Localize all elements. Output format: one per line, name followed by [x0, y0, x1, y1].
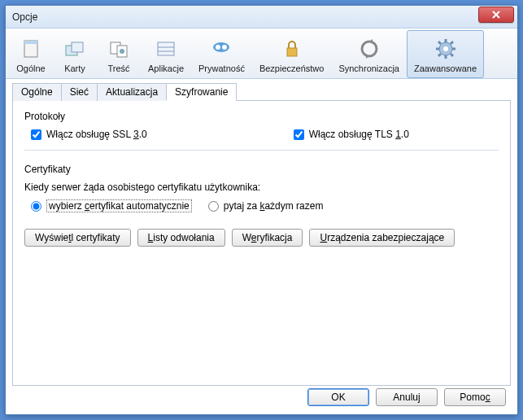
tabs-icon [62, 36, 88, 62]
subtab-update[interactable]: Aktualizacja [97, 83, 167, 101]
options-window: Opcje Ogólne Karty Treść Aplikacje Prywa… [5, 5, 518, 415]
toolbar-sync[interactable]: Synchronizacja [331, 30, 407, 78]
sub-tabs: Ogólne Sieć Aktualizacja Szyfrowanie [12, 82, 511, 101]
certificates-desc: Kiedy serwer żąda osobistego certyfikatu… [24, 182, 499, 193]
tls1-check-input[interactable] [294, 129, 304, 140]
svg-point-6 [120, 49, 124, 54]
svg-point-16 [443, 46, 448, 51]
svg-line-24 [451, 42, 453, 44]
divider [24, 150, 499, 151]
content-area: Ogólne Sieć Aktualizacja Szyfrowanie Pro… [6, 79, 517, 392]
revocation-lists-button[interactable]: Listy odwołania [137, 229, 225, 247]
main-toolbar: Ogólne Karty Treść Aplikacje Prywatność … [6, 28, 517, 79]
toolbar-general[interactable]: Ogólne [9, 30, 53, 78]
encryption-panel: Protokoły Włącz obsługę SSL 3.0 Włącz ob… [12, 101, 511, 386]
applications-icon [153, 36, 179, 62]
svg-line-23 [438, 54, 441, 56]
tls1-checkbox[interactable]: Włącz obsługę TLS 1.0 [294, 129, 409, 140]
view-certificates-button[interactable]: Wyświetl certyfikaty [24, 229, 131, 247]
toolbar-applications-label: Aplikacje [148, 63, 184, 73]
toolbar-privacy-label: Prywatność [198, 63, 245, 73]
svg-point-12 [222, 45, 227, 50]
ssl3-label: Włącz obsługę SSL 3.0 [46, 129, 147, 140]
toolbar-tabs[interactable]: Karty [53, 30, 97, 78]
cert-ask-label: pytaj za każdym razem [224, 200, 324, 212]
toolbar-security-label: Bezpieczeństwo [259, 63, 325, 73]
svg-rect-1 [24, 41, 37, 44]
svg-point-11 [216, 45, 220, 50]
cancel-button[interactable]: Anuluj [376, 388, 438, 406]
cert-auto-label: wybierz certyfikat automatycznie [46, 199, 192, 212]
toolbar-sync-label: Synchronizacja [338, 63, 399, 73]
privacy-icon [208, 36, 234, 62]
lock-icon [279, 36, 305, 62]
toolbar-general-label: Ogólne [16, 63, 45, 73]
verification-button[interactable]: Weryfikacja [232, 229, 303, 247]
protocols-group: Protokoły Włącz obsługę SSL 3.0 Włącz ob… [24, 111, 499, 151]
close-button[interactable] [478, 7, 514, 23]
dialog-footer: OK Anuluj Pomoc [307, 388, 506, 406]
toolbar-security[interactable]: Bezpieczeństwo [252, 30, 332, 78]
svg-line-21 [438, 42, 441, 44]
close-icon [492, 11, 500, 19]
toolbar-tabs-label: Karty [64, 63, 85, 73]
ssl3-check-input[interactable] [31, 129, 41, 140]
content-icon [106, 36, 132, 62]
general-icon [18, 36, 44, 62]
svg-line-22 [451, 54, 453, 56]
cert-auto-radio[interactable]: wybierz certyfikat automatycznie [31, 199, 192, 212]
ok-button[interactable]: OK [307, 388, 369, 406]
sync-icon [356, 36, 382, 62]
cert-ask-radio[interactable]: pytaj za każdym razem [208, 200, 324, 212]
toolbar-applications[interactable]: Aplikacje [141, 30, 191, 78]
toolbar-content-label: Treść [107, 63, 129, 73]
certificates-group: Certyfikaty Kiedy serwer żąda osobistego… [24, 164, 499, 247]
help-button[interactable]: Pomoc [444, 388, 506, 406]
toolbar-advanced-label: Zaawansowane [414, 63, 477, 73]
svg-rect-3 [72, 42, 83, 52]
tls1-label: Włącz obsługę TLS 1.0 [309, 129, 409, 140]
cert-ask-input[interactable] [208, 201, 219, 212]
security-devices-button[interactable]: Urządzenia zabezpieczające [309, 229, 455, 247]
subtab-encryption[interactable]: Szyfrowanie [166, 83, 237, 101]
toolbar-advanced[interactable]: Zaawansowane [407, 30, 484, 78]
window-title: Opcje [12, 11, 478, 23]
certificates-title: Certyfikaty [24, 164, 499, 175]
titlebar: Opcje [6, 6, 517, 28]
svg-rect-7 [158, 42, 174, 55]
cert-buttons: Wyświetl certyfikaty Listy odwołania Wer… [24, 229, 499, 247]
svg-rect-13 [287, 48, 297, 56]
cert-auto-input[interactable] [31, 201, 41, 212]
svg-point-14 [362, 42, 377, 56]
toolbar-content[interactable]: Treść [97, 30, 141, 78]
gear-icon [433, 36, 459, 62]
toolbar-privacy[interactable]: Prywatność [191, 30, 252, 78]
protocols-title: Protokoły [24, 111, 499, 122]
ssl3-checkbox[interactable]: Włącz obsługę SSL 3.0 [31, 129, 147, 140]
subtab-general[interactable]: Ogólne [12, 83, 62, 101]
subtab-network[interactable]: Sieć [61, 83, 98, 101]
